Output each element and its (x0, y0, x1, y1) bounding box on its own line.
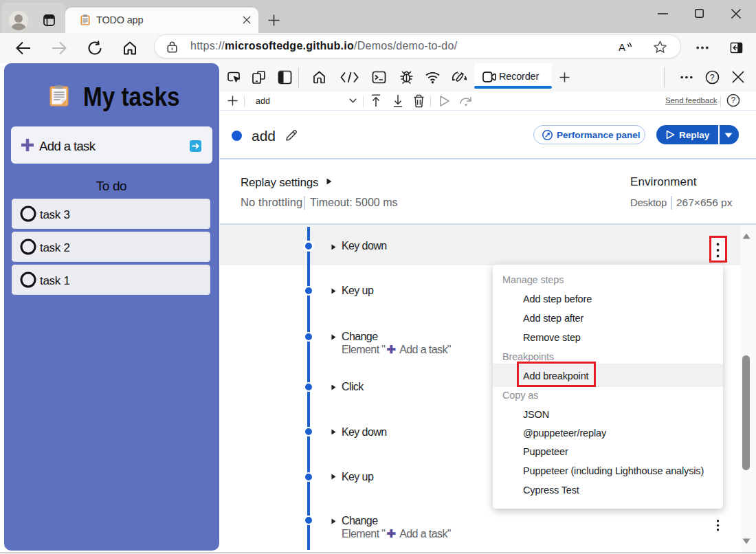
svg-text:A: A (619, 41, 625, 53)
svg-text:?: ? (731, 96, 736, 105)
svg-text:?: ? (710, 73, 715, 82)
